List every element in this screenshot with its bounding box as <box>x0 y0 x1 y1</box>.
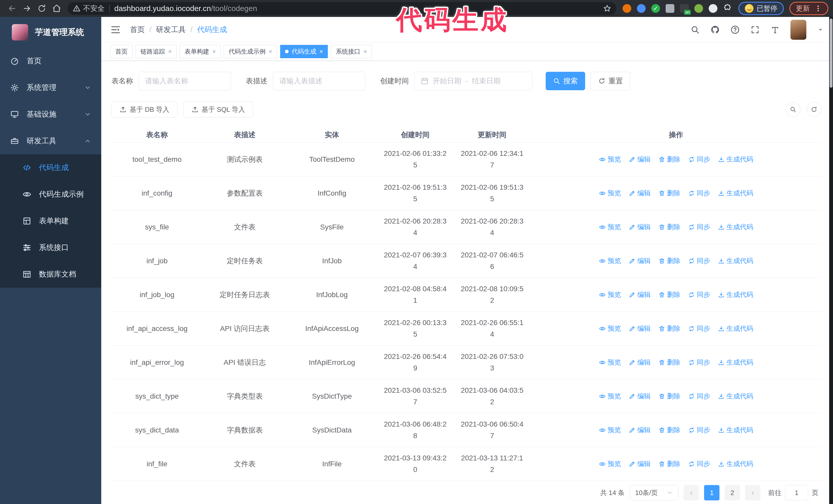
address-bar[interactable]: 不安全 dashboard.yudao.iocoder.cn/tool/code… <box>68 2 616 15</box>
caret-down-icon[interactable] <box>817 26 824 33</box>
browser-home-button[interactable] <box>49 1 64 16</box>
extension-icon[interactable] <box>694 4 703 13</box>
row-action-link[interactable]: 生成代码 <box>718 392 753 401</box>
sidebar-submenu-item[interactable]: 系统接口 <box>0 234 101 261</box>
end-date-input[interactable]: 结束日期 <box>472 76 501 86</box>
row-action-link[interactable]: 删除 <box>659 459 681 469</box>
extension-icon[interactable] <box>637 4 646 13</box>
sidebar-menu-item[interactable]: 基础设施 <box>0 101 101 128</box>
row-action-link[interactable]: 预览 <box>599 189 621 198</box>
close-icon[interactable]: × <box>363 48 367 55</box>
row-action-link[interactable]: 删除 <box>659 155 681 164</box>
row-action-link[interactable]: 预览 <box>599 155 621 164</box>
search-icon[interactable] <box>690 25 700 34</box>
row-action-link[interactable]: 生成代码 <box>718 155 753 164</box>
close-icon[interactable]: × <box>212 48 216 55</box>
sidebar-submenu-item[interactable]: 代码生成示例 <box>0 181 101 208</box>
row-action-link[interactable]: 编辑 <box>629 324 651 333</box>
row-action-link[interactable]: 生成代码 <box>718 290 753 299</box>
row-action-link[interactable]: 编辑 <box>629 358 651 367</box>
page-number-button[interactable]: 2 <box>724 485 740 500</box>
row-action-link[interactable]: 同步 <box>688 392 710 401</box>
page-size-select[interactable]: 10条/页 <box>630 485 679 500</box>
breadcrumb-item[interactable]: 首页 <box>130 25 145 35</box>
row-action-link[interactable]: 同步 <box>688 155 710 164</box>
row-action-link[interactable]: 预览 <box>599 256 621 265</box>
extension-icon[interactable] <box>623 4 631 13</box>
view-tab[interactable]: 表单构建 × <box>180 45 221 58</box>
view-tab[interactable]: 代码生成示例 × <box>224 45 277 58</box>
row-action-link[interactable]: 删除 <box>659 358 681 367</box>
row-action-link[interactable]: 编辑 <box>629 155 651 164</box>
row-action-link[interactable]: 编辑 <box>629 459 651 469</box>
row-action-link[interactable]: 同步 <box>688 324 710 333</box>
sidebar-submenu-item[interactable]: 代码生成 <box>0 154 101 181</box>
row-action-link[interactable]: 编辑 <box>629 290 651 299</box>
close-icon[interactable]: × <box>319 48 323 55</box>
row-action-link[interactable]: 同步 <box>688 459 710 469</box>
extension-icon[interactable] <box>666 4 674 13</box>
extension-icon[interactable] <box>709 4 717 13</box>
bookmark-icon[interactable] <box>603 4 611 13</box>
font-size-icon[interactable] <box>770 25 780 34</box>
prev-page-button[interactable]: ‹ <box>684 485 699 500</box>
close-icon[interactable]: × <box>269 48 272 55</box>
row-action-link[interactable]: 同步 <box>688 222 710 232</box>
row-action-link[interactable]: 编辑 <box>629 222 651 232</box>
row-action-link[interactable]: 编辑 <box>629 426 651 434</box>
sidebar-menu-item[interactable]: 系统管理 <box>0 74 101 101</box>
row-action-link[interactable]: 同步 <box>688 256 710 265</box>
scrollbar-thumb[interactable] <box>830 19 832 88</box>
row-action-link[interactable]: 生成代码 <box>718 189 753 198</box>
page-number-button[interactable]: 1 <box>704 485 719 500</box>
breadcrumb-item[interactable]: 研发工具 <box>156 25 186 35</box>
import-db-button[interactable]: 基于 DB 导入 <box>112 101 177 117</box>
row-action-link[interactable]: 删除 <box>659 222 681 232</box>
row-action-link[interactable]: 预览 <box>599 290 621 299</box>
row-action-link[interactable]: 预览 <box>599 426 621 434</box>
browser-update-button[interactable]: 更新 <box>789 2 828 15</box>
reset-button[interactable]: 重置 <box>591 72 630 90</box>
row-action-link[interactable]: 预览 <box>599 358 621 367</box>
user-avatar[interactable] <box>790 20 806 40</box>
row-action-link[interactable]: 删除 <box>659 426 681 434</box>
row-action-link[interactable]: 删除 <box>659 290 681 299</box>
view-tab[interactable]: 链路追踪 × <box>136 45 176 58</box>
row-action-link[interactable]: 同步 <box>688 358 710 367</box>
fullscreen-icon[interactable] <box>751 25 760 34</box>
view-tab[interactable]: 首页 × <box>111 45 133 58</box>
row-action-link[interactable]: 生成代码 <box>718 256 753 265</box>
row-action-link[interactable]: 同步 <box>688 290 710 299</box>
row-action-link[interactable]: 删除 <box>659 324 681 333</box>
view-tab[interactable]: 代码生成 × <box>280 45 328 58</box>
extension-icon[interactable] <box>651 4 660 13</box>
row-action-link[interactable]: 同步 <box>688 189 710 198</box>
sidebar-toggle-icon[interactable] <box>111 25 121 35</box>
row-action-link[interactable]: 删除 <box>659 256 681 265</box>
row-action-link[interactable]: 编辑 <box>629 256 651 265</box>
row-action-link[interactable]: 生成代码 <box>718 222 753 232</box>
help-icon[interactable] <box>731 25 740 34</box>
row-action-link[interactable]: 生成代码 <box>718 459 753 469</box>
next-page-button[interactable]: › <box>745 485 760 500</box>
row-action-link[interactable]: 预览 <box>599 324 621 333</box>
browser-back-button[interactable] <box>5 1 20 16</box>
row-action-link[interactable]: 同步 <box>688 426 710 434</box>
close-icon[interactable]: × <box>168 48 172 55</box>
row-action-link[interactable]: 预览 <box>599 459 621 469</box>
import-sql-button[interactable]: 基于 SQL 导入 <box>184 101 253 117</box>
browser-reload-button[interactable] <box>34 1 49 16</box>
sidebar-submenu-item[interactable]: 数据库文档 <box>0 261 101 288</box>
extensions-puzzle-icon[interactable] <box>723 4 732 13</box>
table-name-input[interactable]: 请输入表名称 <box>139 72 231 90</box>
search-button[interactable]: 搜索 <box>546 72 585 90</box>
app-logo-row[interactable]: 芋道管理系统 <box>0 17 101 48</box>
date-range-picker[interactable]: 开始日期 - 结束日期 <box>414 72 532 90</box>
row-action-link[interactable]: 预览 <box>599 392 621 401</box>
sidebar-menu-item[interactable]: 研发工具 <box>0 128 101 154</box>
row-action-link[interactable]: 删除 <box>659 189 681 198</box>
row-action-link[interactable]: 删除 <box>659 392 681 401</box>
sidebar-submenu-item[interactable]: 表单构建 <box>0 208 101 234</box>
view-tab[interactable]: 系统接口 × <box>331 45 372 58</box>
row-action-link[interactable]: 预览 <box>599 222 621 232</box>
